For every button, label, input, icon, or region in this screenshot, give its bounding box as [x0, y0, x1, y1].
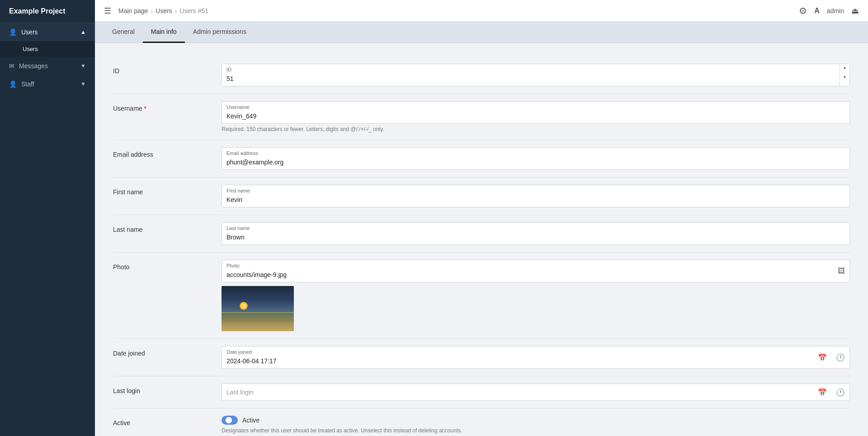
photo-label: Photo	[113, 260, 222, 271]
photo-value[interactable]: accounts/image-9.jpg	[222, 269, 833, 282]
first-name-field: First name Kevin	[222, 185, 850, 207]
first-name-wrapper: First name Kevin	[222, 185, 850, 207]
logout-icon[interactable]: ⏏	[851, 6, 859, 16]
id-arrow-up[interactable]: ▾	[840, 64, 849, 72]
form-row-photo: Photo Photo accounts/image-9.jpg 🖼	[113, 253, 850, 339]
breadcrumb-main-page[interactable]: Main page	[118, 7, 148, 14]
email-value[interactable]: phunt@example.org	[222, 157, 849, 169]
first-name-label: First name	[113, 185, 222, 196]
photo-field-label: Photo	[222, 260, 833, 269]
date-joined-value[interactable]: 2024-06-04 17:17	[222, 356, 813, 368]
date-joined-field: Date joined 2024-06-04 17:17 📅 🕐	[222, 346, 850, 369]
sidebar-item-staff-label: Staff	[21, 80, 34, 88]
photo-scene	[222, 286, 294, 331]
username-hint: Required. 150 characters or fewer. Lette…	[222, 126, 850, 132]
id-wrapper: ID 51 ▾ ▴	[222, 64, 850, 86]
active-label: Active	[113, 416, 222, 427]
form-area: ID ID 51 ▾ ▴	[95, 43, 868, 436]
active-toggle[interactable]	[222, 416, 238, 425]
id-label: ID	[113, 64, 222, 75]
chevron-down-icon-staff: ▼	[80, 81, 86, 87]
tab-general[interactable]: General	[104, 22, 143, 43]
settings-icon[interactable]: ⚙	[799, 5, 807, 16]
last-name-value[interactable]: Brown	[222, 232, 849, 244]
form-row-first-name: First name First name Kevin	[113, 178, 850, 215]
form-row-id: ID ID 51 ▾ ▴	[113, 56, 850, 94]
sidebar: Example Project 👤 Users ▲ Users ✉ Messag…	[0, 0, 95, 436]
username-field: Username Kevin_649 Required. 150 charact…	[222, 101, 850, 132]
chevron-down-icon: ▼	[80, 63, 86, 69]
username-field-label: Username	[222, 102, 849, 111]
date-joined-wrapper: Date joined 2024-06-04 17:17 📅 🕐	[222, 346, 850, 369]
email-field: Email address phunt@example.org	[222, 147, 850, 170]
app-title: Example Project	[0, 0, 95, 23]
id-field-label: ID	[222, 64, 840, 73]
admin-menu[interactable]: admin	[827, 7, 844, 14]
breadcrumb-sep-2: ›	[175, 7, 177, 14]
form-row-last-login: Last login Last login 📅 🕐	[113, 376, 850, 408]
username-wrapper: Username Kevin_649	[222, 101, 850, 124]
calendar-icon-login[interactable]: 📅	[813, 388, 831, 397]
clock-icon-login[interactable]: 🕐	[831, 388, 849, 397]
first-name-value[interactable]: Kevin	[222, 194, 849, 207]
topbar: ☰ Main page › Users › Users #51 ⚙ A admi…	[95, 0, 868, 22]
user-icon: 👤	[9, 28, 17, 36]
id-arrow-down[interactable]: ▴	[840, 72, 849, 80]
chevron-up-icon: ▲	[80, 29, 86, 35]
main-area: ☰ Main page › Users › Users #51 ⚙ A admi…	[95, 0, 868, 436]
first-name-field-label: First name	[222, 185, 849, 194]
breadcrumb-users[interactable]: Users	[156, 7, 172, 14]
last-login-wrapper: Last login 📅 🕐	[222, 384, 850, 401]
sun-element	[240, 302, 248, 310]
email-wrapper: Email address phunt@example.org	[222, 147, 850, 170]
form-row-date-joined: Date joined Date joined 2024-06-04 17:17…	[113, 339, 850, 376]
breadcrumb-current: Users #51	[179, 7, 208, 14]
last-login-placeholder[interactable]: Last login	[222, 384, 813, 400]
username-label: Username *	[113, 101, 222, 112]
messages-icon: ✉	[9, 62, 14, 70]
active-toggle-wrapper: Active	[222, 416, 850, 425]
tab-admin-permissions[interactable]: Admin permissions	[185, 22, 255, 43]
date-joined-label: Date joined	[113, 346, 222, 357]
sidebar-item-messages[interactable]: ✉ Messages ▼	[0, 57, 95, 75]
form-row-active: Active Active Designates whether this us…	[113, 408, 850, 436]
id-field-value[interactable]: 51	[222, 73, 840, 86]
tab-main-info[interactable]: Main info	[143, 22, 185, 43]
last-name-field-label: Last name	[222, 223, 849, 232]
topbar-right: ⚙ A admin ⏏	[799, 5, 859, 16]
horizon-element	[222, 312, 294, 313]
photo-field: Photo accounts/image-9.jpg 🖼	[222, 260, 850, 331]
active-hint: Designates whether this user should be t…	[222, 427, 850, 434]
form-row-last-name: Last name Last name Brown	[113, 215, 850, 253]
sidebar-item-users-label: Users	[21, 28, 38, 36]
calendar-icon[interactable]: 📅	[813, 353, 831, 362]
last-name-label: Last name	[113, 222, 222, 233]
breadcrumb: Main page › Users › Users #51	[118, 7, 208, 14]
photo-wrapper: Photo accounts/image-9.jpg 🖼	[222, 260, 850, 282]
last-login-label: Last login	[113, 384, 222, 394]
translate-icon[interactable]: A	[814, 7, 820, 15]
sidebar-users-sub: Users	[0, 41, 95, 57]
sidebar-nav: 👤 Users ▲ Users ✉ Messages ▼ 👤 Staff ▼	[0, 23, 95, 93]
tabs-bar: General Main info Admin permissions	[95, 22, 868, 43]
username-value[interactable]: Kevin_649	[222, 111, 849, 123]
last-name-wrapper: Last name Brown	[222, 222, 850, 245]
form-row-email: Email address Email address phunt@exampl…	[113, 140, 850, 178]
required-star: *	[144, 105, 146, 112]
hamburger-icon[interactable]: ☰	[104, 6, 111, 16]
staff-icon: 👤	[9, 80, 17, 88]
active-toggle-label: Active	[242, 417, 259, 424]
form-row-username: Username * Username Kevin_649 Required. …	[113, 94, 850, 140]
image-icon[interactable]: 🖼	[833, 267, 849, 275]
id-arrows: ▾ ▴	[840, 64, 849, 86]
date-joined-field-label: Date joined	[222, 347, 813, 356]
last-login-field: Last login 📅 🕐	[222, 384, 850, 401]
id-field: ID 51 ▾ ▴	[222, 64, 850, 86]
sidebar-item-users[interactable]: 👤 Users ▲	[0, 23, 95, 41]
admin-label: admin	[827, 7, 844, 14]
sidebar-item-staff[interactable]: 👤 Staff ▼	[0, 75, 95, 93]
clock-icon[interactable]: 🕐	[831, 353, 849, 362]
sidebar-subitem-users[interactable]: Users	[0, 41, 95, 57]
breadcrumb-sep-1: ›	[151, 7, 153, 14]
email-label: Email address	[113, 147, 222, 158]
